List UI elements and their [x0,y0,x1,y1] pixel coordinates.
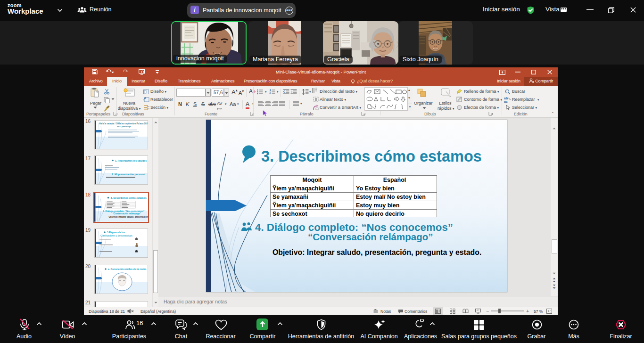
svg-text:Objetivo: Integrar saludo, pre: Objetivo: Integrar saludo, presentación,… [272,248,481,256]
svg-text:ab: ab [504,97,508,100]
svg-text:5.Repaso de los: 5.Repaso de los [107,231,125,234]
svg-text:Ha'ia'a sataqta ! 5/Ma'as sept: Ha'ia'a sataqta ! 5/Ma'as septiembre Ra'… [99,122,148,125]
svg-text:Objetivo: Integrar saludo, pre: Objetivo: Integrar saludo, presentación.… [109,216,148,218]
svg-text:No quiero decirlo: No quiero decirlo [356,211,405,217]
svg-text:“Conversación relámpago”: “Conversación relámpago” [113,212,141,215]
svg-text:3. Describimos cómo estamos: 3. Describimos cómo estamos [111,196,147,199]
svg-text:Se sechoxot: Se sechoxot [272,211,307,217]
svg-text:Español: Español [383,177,406,183]
svg-text:1. Recordamos los saludos: 1. Recordamos los saludos [115,159,147,162]
svg-text:“Conversación relámpago”: “Conversación relámpago” [308,231,433,242]
svg-text:Moqoit: Moqoit [303,177,322,183]
svg-text:Estoy muy bien: Estoy muy bien [356,202,399,209]
svg-text:2. Mi presentación personal: 2. Mi presentación personal [112,173,145,176]
svg-text:Ỹiem ya'maqachiguiñi: Ỹiem ya'maqachiguiñi [272,185,334,192]
svg-text:e- Conociendo nombre de mi ros: e- Conociendo nombre de mi rostro [108,268,146,270]
svg-text:Yo Estoy bien: Yo Estoy bien [356,185,395,192]
svg-text:Clasificadores y demostrativo: Clasificadores y demostrativos [100,234,132,237]
svg-text:hes' penchaqa: hes' penchaqa [117,125,132,128]
svg-text:Ỹiem ya'maqachiguiñii: Ỹiem ya'maqachiguiñii [272,202,336,209]
svg-text:Se yamaxañi: Se yamaxañi [272,194,308,200]
svg-text:3. Describimos cómo estamos: 3. Describimos cómo estamos [261,148,482,165]
svg-text:Estoy mal/ No estoy bien: Estoy mal/ No estoy bien [356,194,426,200]
svg-text:ac: ac [504,100,508,103]
